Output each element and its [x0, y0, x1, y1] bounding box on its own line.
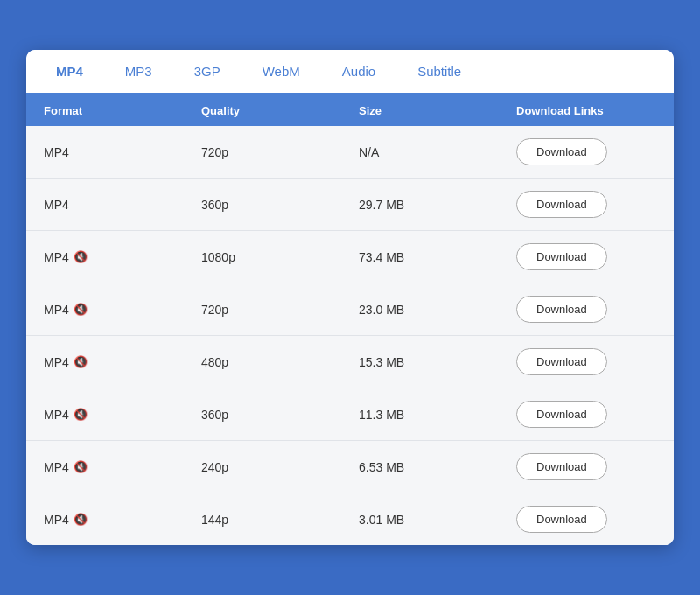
format-cell: MP4	[44, 145, 201, 159]
mute-icon: 🔇	[74, 355, 88, 368]
tab-subtitle[interactable]: Subtitle	[396, 50, 482, 95]
download-cell: Download	[516, 401, 656, 428]
mute-icon: 🔇	[74, 408, 88, 421]
download-cell: Download	[516, 191, 656, 218]
tab-3gp[interactable]: 3GP	[173, 50, 242, 95]
table-row: MP4🔇720p23.0 MBDownload	[26, 284, 674, 336]
table-body: MP4720pN/ADownloadMP4360p29.7 MBDownload…	[26, 126, 674, 545]
format-label: MP4	[44, 460, 69, 474]
quality-cell: 240p	[201, 460, 359, 474]
quality-cell: 1080p	[201, 250, 359, 264]
col-quality: Quality	[201, 104, 359, 117]
mute-icon: 🔇	[74, 303, 88, 316]
tab-mp3[interactable]: MP3	[104, 50, 173, 95]
tab-bar: MP4MP33GPWebMAudioSubtitle	[26, 50, 674, 95]
download-button[interactable]: Download	[516, 191, 607, 218]
format-label: MP4	[44, 408, 69, 422]
download-cell: Download	[516, 506, 656, 533]
format-label: MP4	[44, 198, 69, 212]
main-card: MP4MP33GPWebMAudioSubtitle Format Qualit…	[26, 50, 674, 545]
quality-cell: 720p	[201, 303, 359, 317]
download-button[interactable]: Download	[516, 243, 607, 270]
format-cell: MP4🔇	[44, 460, 201, 474]
mute-icon: 🔇	[74, 513, 88, 526]
size-cell: 23.0 MB	[359, 303, 516, 317]
format-label: MP4	[44, 355, 69, 369]
size-cell: N/A	[359, 145, 516, 159]
size-cell: 11.3 MB	[359, 408, 516, 422]
size-cell: 6.53 MB	[359, 460, 516, 474]
quality-cell: 720p	[201, 145, 359, 159]
download-cell: Download	[516, 453, 656, 480]
quality-cell: 360p	[201, 408, 359, 422]
download-cell: Download	[516, 243, 656, 270]
format-cell: MP4🔇	[44, 355, 201, 369]
table-row: MP4🔇480p15.3 MBDownload	[26, 336, 674, 388]
format-label: MP4	[44, 303, 69, 317]
mute-icon: 🔇	[74, 460, 88, 473]
quality-cell: 144p	[201, 513, 359, 527]
format-label: MP4	[44, 250, 69, 264]
download-cell: Download	[516, 348, 656, 375]
col-size: Size	[359, 104, 516, 117]
tab-mp4[interactable]: MP4	[35, 50, 104, 95]
tab-webm[interactable]: WebM	[242, 50, 321, 95]
table-header: Format Quality Size Download Links	[26, 95, 674, 126]
download-button[interactable]: Download	[516, 296, 607, 323]
size-cell: 29.7 MB	[359, 198, 516, 212]
download-button[interactable]: Download	[516, 506, 607, 533]
table-row: MP4720pN/ADownload	[26, 126, 674, 178]
mute-icon: 🔇	[74, 250, 88, 263]
tab-audio[interactable]: Audio	[321, 50, 396, 95]
format-label: MP4	[44, 145, 69, 159]
format-label: MP4	[44, 513, 69, 527]
format-cell: MP4	[44, 198, 201, 212]
table-row: MP4🔇1080p73.4 MBDownload	[26, 231, 674, 284]
download-cell: Download	[516, 138, 656, 165]
table-row: MP4360p29.7 MBDownload	[26, 178, 674, 231]
download-button[interactable]: Download	[516, 401, 607, 428]
size-cell: 15.3 MB	[359, 355, 516, 369]
size-cell: 73.4 MB	[359, 250, 516, 264]
format-cell: MP4🔇	[44, 303, 201, 317]
quality-cell: 360p	[201, 198, 359, 212]
quality-cell: 480p	[201, 355, 359, 369]
download-cell: Download	[516, 296, 656, 323]
col-format: Format	[44, 104, 201, 117]
table-row: MP4🔇240p6.53 MBDownload	[26, 441, 674, 494]
format-cell: MP4🔇	[44, 250, 201, 264]
download-button[interactable]: Download	[516, 348, 607, 375]
size-cell: 3.01 MB	[359, 513, 516, 527]
format-cell: MP4🔇	[44, 513, 201, 527]
col-download-links: Download Links	[516, 104, 656, 117]
download-button[interactable]: Download	[516, 453, 607, 480]
format-cell: MP4🔇	[44, 408, 201, 422]
table-row: MP4🔇360p11.3 MBDownload	[26, 388, 674, 441]
table-row: MP4🔇144p3.01 MBDownload	[26, 494, 674, 545]
download-button[interactable]: Download	[516, 138, 607, 165]
